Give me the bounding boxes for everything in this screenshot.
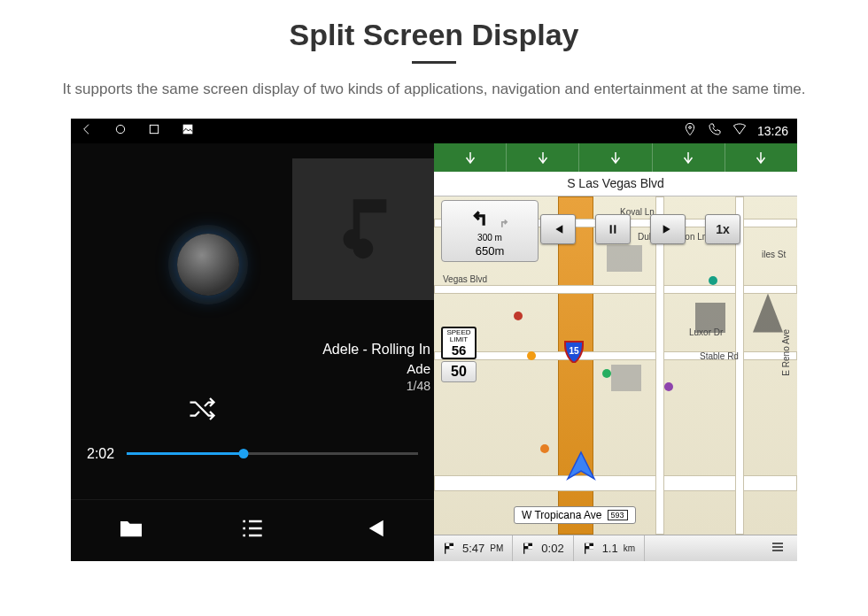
map-road bbox=[735, 196, 744, 535]
next-maneuver-distance: 300 m bbox=[446, 233, 534, 243]
lane-arrow bbox=[653, 143, 725, 172]
eta-segment: 5:47 PM bbox=[434, 535, 513, 561]
folder-button[interactable] bbox=[117, 514, 145, 546]
lane-guidance-bar bbox=[434, 143, 797, 172]
progress-row: 2:02 bbox=[71, 446, 434, 462]
map-road bbox=[655, 196, 664, 535]
turn-left-icon bbox=[470, 206, 493, 229]
svg-rect-14 bbox=[589, 546, 593, 549]
map-speed-button[interactable]: 1x bbox=[705, 214, 740, 244]
playlist-button[interactable] bbox=[238, 514, 267, 546]
svg-point-0 bbox=[116, 125, 124, 133]
music-note-icon bbox=[323, 189, 403, 269]
remaining-distance-segment: 1.1 km bbox=[574, 535, 645, 561]
map-prev-button[interactable] bbox=[540, 214, 576, 244]
lane-arrow bbox=[579, 143, 652, 172]
maneuver-unit: m bbox=[494, 244, 504, 258]
map-playback-controls: 1x bbox=[540, 214, 779, 244]
recents-icon[interactable] bbox=[147, 122, 161, 139]
progress-fill bbox=[127, 452, 244, 455]
navigation-pane: S Las Vegas Blvd Koval Ln Duke Ellington… bbox=[434, 119, 797, 561]
clock-time: 13:26 bbox=[757, 124, 788, 138]
previous-button[interactable] bbox=[360, 514, 388, 546]
back-icon[interactable] bbox=[80, 122, 94, 139]
track-position-index: 1/48 bbox=[322, 378, 430, 396]
map-poi bbox=[602, 369, 611, 378]
remaining-time-segment: 0:02 bbox=[513, 535, 573, 561]
home-icon[interactable] bbox=[113, 122, 128, 139]
track-title: Adele - Rolling In bbox=[322, 340, 430, 359]
player-bottom-controls bbox=[71, 499, 434, 561]
nav-statusbar: 5:47 PM 0:02 1.1 km bbox=[434, 535, 797, 561]
route-shield: 15 bbox=[563, 340, 585, 363]
album-art-placeholder bbox=[292, 158, 434, 300]
wifi-icon bbox=[732, 122, 747, 139]
svg-rect-1 bbox=[150, 125, 158, 133]
turn-right-icon bbox=[497, 217, 509, 229]
current-speed: 50 bbox=[441, 361, 477, 382]
track-info: Adele - Rolling In Ade 1/48 bbox=[322, 340, 434, 396]
lane-arrow bbox=[507, 143, 579, 172]
joystick-control[interactable] bbox=[177, 234, 239, 296]
device-screenshot: 13:26 Adele - Rolling In Ade 1/48 2:02 bbox=[71, 119, 797, 561]
android-statusbar: 13:26 bbox=[71, 119, 797, 143]
exit-number: 593 bbox=[608, 510, 628, 520]
svg-rect-2 bbox=[183, 125, 193, 135]
svg-rect-5 bbox=[446, 543, 450, 546]
svg-text:15: 15 bbox=[569, 346, 579, 356]
flag-icon bbox=[443, 541, 457, 555]
remaining-distance-unit: km bbox=[624, 543, 635, 553]
progress-thumb[interactable] bbox=[238, 449, 248, 458]
location-icon bbox=[683, 122, 697, 139]
street-label: iles St bbox=[762, 250, 786, 259]
map-poi bbox=[514, 312, 523, 320]
current-road-label: W Tropicana Ave 593 bbox=[514, 506, 636, 524]
next-road-label: S Las Vegas Blvd bbox=[434, 172, 797, 196]
page-title: Split Screen Display bbox=[0, 18, 868, 52]
maneuver-distance: 650 bbox=[476, 244, 495, 258]
eta-value: 5:47 bbox=[462, 542, 484, 555]
svg-rect-6 bbox=[449, 546, 453, 549]
map-poi bbox=[540, 444, 549, 453]
svg-rect-13 bbox=[585, 543, 589, 546]
music-player-pane: Adele - Rolling In Ade 1/48 2:02 bbox=[71, 119, 434, 561]
elapsed-time: 2:02 bbox=[87, 446, 114, 462]
current-position-arrow bbox=[565, 450, 597, 481]
map-next-button[interactable] bbox=[650, 214, 686, 244]
map-poi bbox=[527, 351, 536, 360]
street-label: Stable Rd bbox=[700, 351, 739, 361]
remaining-time-value: 0:02 bbox=[541, 542, 563, 555]
page-subtitle: It supports the same screen display of t… bbox=[44, 78, 824, 101]
street-label: Luxor Dr bbox=[689, 327, 723, 337]
lane-arrow bbox=[434, 143, 507, 172]
map-building bbox=[753, 294, 783, 333]
speed-limit-sign: SPEED LIMIT 56 bbox=[441, 327, 477, 359]
map-pause-button[interactable] bbox=[595, 214, 631, 244]
speed-panel: SPEED LIMIT 56 50 bbox=[441, 327, 477, 382]
remaining-distance-value: 1.1 bbox=[602, 542, 618, 555]
gallery-icon[interactable] bbox=[181, 122, 195, 139]
phone-icon bbox=[708, 122, 722, 139]
flag-icon bbox=[522, 541, 536, 555]
svg-rect-10 bbox=[529, 546, 533, 549]
progress-bar[interactable] bbox=[127, 452, 418, 455]
speed-limit-value: 56 bbox=[443, 343, 475, 357]
track-artist: Ade bbox=[322, 359, 430, 378]
map-poi bbox=[709, 276, 717, 285]
lane-arrow bbox=[725, 143, 797, 172]
current-road-name: W Tropicana Ave bbox=[522, 509, 602, 521]
maneuver-panel: 300 m 650m bbox=[441, 200, 539, 262]
flag-icon bbox=[583, 541, 597, 555]
svg-rect-9 bbox=[524, 543, 529, 546]
title-underline bbox=[412, 61, 456, 64]
map-building bbox=[611, 365, 641, 391]
street-label: Vegas Blvd bbox=[443, 274, 487, 284]
shuffle-button[interactable] bbox=[186, 393, 218, 425]
map-building bbox=[607, 245, 642, 272]
street-label: E Reno Ave bbox=[781, 329, 791, 376]
nav-menu-button[interactable] bbox=[758, 540, 797, 557]
map-poi bbox=[664, 382, 673, 391]
